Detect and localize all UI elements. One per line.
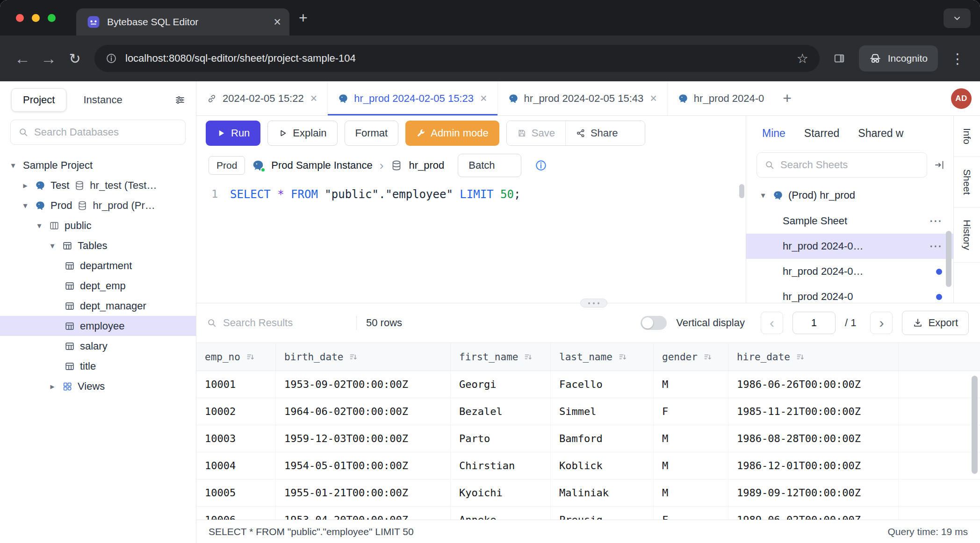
chevron-right-icon[interactable]: ▸ [21,180,30,191]
sql-statement[interactable]: SELECT * FROM "public"."employee" LIMIT … [230,188,520,201]
search-databases-input[interactable] [34,126,178,138]
column-header-first_name[interactable]: first_name [451,343,551,371]
result-cell[interactable]: M [654,371,728,398]
avatar[interactable]: AD [951,88,972,109]
side-panel-icon[interactable] [826,45,852,71]
result-cell[interactable]: 1953-09-02T00:00:00Z [276,371,451,398]
instance-name[interactable]: Prod Sample Instance [271,159,372,171]
url-text[interactable]: localhost:8080/sql-editor/sheet/project-… [125,52,788,64]
page-number-input[interactable] [793,312,836,334]
result-cell[interactable]: 1964-06-02T00:00:00Z [276,398,451,425]
result-row-2[interactable]: 100031959-12-03T00:00:00ZPartoBamfordM19… [196,425,980,452]
bookmark-star-icon[interactable]: ☆ [797,51,808,66]
sheet-list-item-0[interactable]: Sample Sheet⋯ [746,208,953,234]
info-icon[interactable] [535,159,547,171]
results-scrollbar[interactable] [972,376,978,474]
side-tab-info[interactable]: Info [954,116,980,157]
result-cell[interactable]: Bezalel [451,398,551,425]
result-cell[interactable]: Simmel [551,398,654,425]
new-tab-button[interactable]: + [289,9,317,27]
result-cell[interactable]: M [654,479,728,506]
close-tab-icon[interactable]: × [650,92,657,105]
tab-search-button[interactable] [944,8,971,28]
tree-item-project[interactable]: ▾ Sample Project [0,155,196,175]
back-button[interactable]: ← [9,45,36,71]
tab-instance[interactable]: Instance [72,89,133,111]
new-sheet-button[interactable]: + [774,81,800,115]
result-cell[interactable]: 1954-05-01T00:00:00Z [276,452,451,479]
sheet-group-row[interactable]: ▾ (Prod) hr_prod [746,182,953,208]
result-cell[interactable]: 1959-12-03T00:00:00Z [276,425,451,452]
tree-settings-button[interactable] [174,94,186,106]
result-cell[interactable]: F [654,398,728,425]
result-cell[interactable]: 1953-04-20T00:00:00Z [276,507,451,520]
tree-item-table-salary[interactable]: salary [0,336,196,356]
search-sheets-input[interactable] [780,159,919,171]
result-cell[interactable]: 1985-11-21T00:00:00Z [728,398,899,425]
search-results-input[interactable] [223,317,347,329]
run-button[interactable]: Run [206,121,260,146]
sort-icon[interactable] [524,352,533,362]
sheet-tab-1[interactable]: hr_prod 2024-02-05 15:23× [328,81,497,115]
tree-item-schema-public[interactable]: ▾ public [0,215,196,236]
result-row-5[interactable]: 100061953-04-20T00:00:00ZAnnekePreusigF1… [196,507,980,520]
side-tab-sheet[interactable]: Sheet [954,157,980,207]
browser-menu-button[interactable]: ⋮ [944,45,971,71]
result-cell[interactable]: Preusig [551,507,654,520]
tree-item-table-dept_emp[interactable]: dept_emp [0,276,196,296]
reload-button[interactable]: ↻ [62,45,88,71]
sheets-tab-mine[interactable]: Mine [762,127,785,140]
tree-item-table-dept_manager[interactable]: dept_manager [0,296,196,316]
sheet-tab-3[interactable]: hr_prod 2024-0 [668,81,774,115]
result-cell[interactable]: Parto [451,425,551,452]
result-cell[interactable]: 10001 [196,371,276,398]
result-cell[interactable]: 10006 [196,507,276,520]
chevron-right-icon[interactable]: ▸ [48,381,57,392]
sort-icon[interactable] [796,352,805,362]
result-cell[interactable]: Maliniak [551,479,654,506]
result-cell[interactable]: 1986-12-01T00:00:00Z [728,452,899,479]
close-tab-icon[interactable]: × [480,92,487,105]
column-header-birth_date[interactable]: birth_date [276,343,451,371]
share-button[interactable]: Share [565,121,645,145]
column-header-emp_no[interactable]: emp_no [196,343,276,371]
format-button[interactable]: Format [345,121,399,146]
export-button[interactable]: Export [902,311,969,335]
sheets-scrollbar[interactable] [946,231,951,287]
column-header-gender[interactable]: gender [654,343,728,371]
sheet-list-item-1[interactable]: hr_prod 2024-0…⋯ [746,234,953,259]
close-tab-icon[interactable]: × [274,16,281,29]
sort-icon[interactable] [246,352,255,362]
result-cell[interactable]: M [654,425,728,452]
result-cell[interactable]: Chirstian [451,452,551,479]
database-name[interactable]: hr_prod [409,159,445,171]
tree-item-table-title[interactable]: title [0,356,196,376]
result-cell[interactable]: Anneke [451,507,551,520]
browser-tab[interactable]: Bytebase SQL Editor × [76,8,289,36]
close-window-button[interactable] [16,14,24,22]
forward-button[interactable]: → [36,45,62,71]
sort-icon[interactable] [349,352,358,362]
result-cell[interactable]: 10003 [196,425,276,452]
chevron-down-icon[interactable]: ▾ [48,241,57,251]
result-cell[interactable]: Kyoichi [451,479,551,506]
column-header-hire_date[interactable]: hire_date [728,343,899,371]
result-cell[interactable]: 1989-09-12T00:00:00Z [728,479,899,506]
result-cell[interactable]: 1955-01-21T00:00:00Z [276,479,451,506]
tree-item-table-employee[interactable]: employee [0,316,196,336]
result-cell[interactable]: F [654,507,728,520]
chevron-down-icon[interactable]: ▾ [758,190,768,200]
minimize-window-button[interactable] [32,14,40,22]
chevron-down-icon[interactable]: ▾ [35,221,44,231]
tab-project[interactable]: Project [11,88,66,112]
sheet-list-item-3[interactable]: hr_prod 2024-0 [746,284,953,303]
chevron-down-icon[interactable]: ▾ [8,160,18,171]
result-cell[interactable]: Facello [551,371,654,398]
tree-item-tables[interactable]: ▾ Tables [0,236,196,256]
vertical-display-toggle[interactable] [641,316,667,330]
explain-button[interactable]: Explain [267,121,337,146]
result-cell[interactable]: 1989-06-02T00:00:00Z [728,507,899,520]
sheets-tab-starred[interactable]: Starred [804,127,839,140]
tree-item-views[interactable]: ▸ Views [0,376,196,396]
sheet-list-item-2[interactable]: hr_prod 2024-0… [746,259,953,284]
